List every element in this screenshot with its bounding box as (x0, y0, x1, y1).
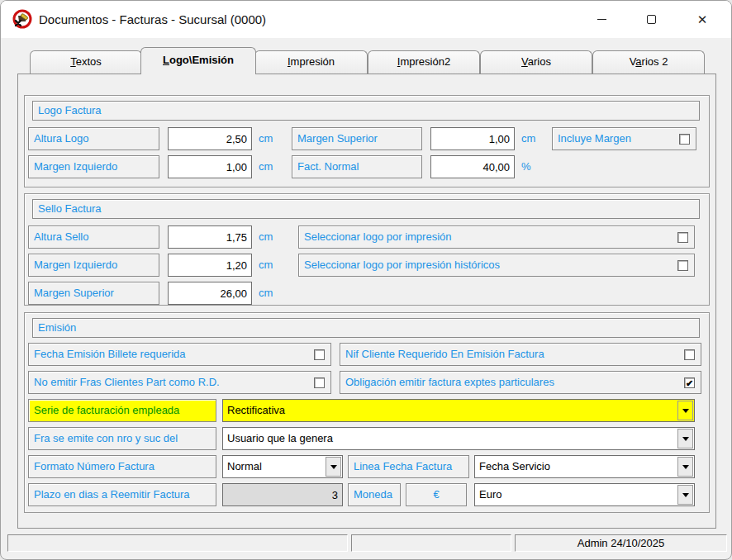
maximize-icon (647, 15, 656, 24)
margen-superior-sello-unit: cm (259, 282, 273, 305)
margen-izquierdo-logo-label: Margen Izquierdo (28, 155, 159, 178)
nif-cliente-checkbox[interactable] (684, 349, 695, 360)
serie-facturacion-label: Serie de facturación empleada (28, 399, 216, 422)
margen-superior-unit: cm (521, 127, 535, 150)
tab-logo-emision[interactable]: Logo\Emisión (140, 47, 256, 74)
altura-sello-label: Altura Sello (28, 225, 159, 249)
moneda-label: Moneda (348, 483, 401, 506)
linea-fecha-combobox[interactable]: Fecha Servicio (474, 455, 695, 478)
linea-fecha-label: Linea Fecha Factura (348, 455, 469, 478)
dropdown-arrow-icon[interactable] (677, 401, 693, 420)
altura-sello-unit: cm (259, 225, 273, 249)
dialog-window: Documentos - Facturas - Sucursal (0000) … (0, 0, 732, 560)
sel-logo-impresion-checkbox[interactable] (677, 232, 688, 243)
sel-logo-historicos-panel: Seleccionar logo por impresión histórico… (298, 254, 695, 277)
obligacion-emitir-panel: Obligación emitir factura exptes particu… (340, 371, 701, 394)
dropdown-arrow-icon[interactable] (677, 485, 693, 505)
sel-logo-historicos-checkbox[interactable] (677, 260, 688, 271)
no-emitir-fras-checkbox[interactable] (314, 377, 325, 388)
minimize-button[interactable] (582, 1, 621, 38)
no-emitir-fras-panel: No emitir Fras Clientes Part como R.D. (28, 371, 331, 394)
serie-facturacion-combobox[interactable]: Rectificativa (222, 399, 695, 422)
minimize-icon (597, 19, 606, 20)
moneda-combobox[interactable]: Euro (474, 483, 695, 506)
tab-textos[interactable]: Textos (30, 50, 142, 74)
app-icon (12, 9, 32, 29)
fact-normal-unit: % (521, 155, 531, 178)
sel-logo-impresion-panel: Seleccionar logo por impresión (298, 225, 695, 249)
title-bar[interactable]: Documentos - Facturas - Sucursal (0000) … (1, 1, 732, 38)
section-header-emision: Emisión (32, 318, 700, 338)
dropdown-arrow-icon[interactable] (677, 457, 693, 477)
incluye-margen-panel: Incluye Margen (552, 127, 696, 150)
maximize-button[interactable] (631, 1, 671, 38)
nif-cliente-panel: Nif Cliente Requerido En Emisión Factura (340, 343, 701, 366)
margen-superior-sello-label: Margen Superior (28, 282, 159, 305)
formato-numero-combobox[interactable]: Normal (222, 455, 343, 478)
fra-emite-combobox[interactable]: Usuario que la genera (222, 427, 695, 450)
moneda-symbol-label: € (406, 483, 467, 506)
formato-numero-label: Formato Número Factura (28, 455, 216, 478)
window-title: Documentos - Facturas - Sucursal (0000) (39, 1, 266, 38)
section-header-logo-factura: Logo Factura (32, 101, 700, 121)
fra-emite-label: Fra se emite con nro y suc del (28, 427, 216, 450)
fecha-emision-billete-panel: Fecha Emisión Billete requerida (28, 343, 331, 366)
margen-izquierdo-sello-input[interactable] (168, 254, 252, 277)
statusbar-segment-1 (7, 534, 348, 552)
close-icon: ✕ (697, 13, 708, 26)
tab-varios[interactable]: Varios (480, 50, 592, 74)
section-header-sello-factura: Sello Factura (32, 199, 700, 219)
margen-superior-sello-input[interactable] (168, 282, 252, 305)
margen-izquierdo-sello-unit: cm (259, 254, 273, 277)
fact-normal-input[interactable] (430, 155, 515, 178)
plazo-reemitir-label: Plazo en dias a Reemitir Factura (28, 483, 216, 506)
margen-izquierdo-logo-input[interactable] (168, 155, 252, 178)
margen-superior-input[interactable] (430, 127, 515, 150)
altura-logo-unit: cm (259, 127, 273, 150)
altura-logo-label: Altura Logo (28, 127, 159, 150)
margen-superior-label: Margen Superior (292, 127, 422, 150)
close-button[interactable]: ✕ (682, 1, 722, 38)
statusbar-segment-2 (351, 534, 511, 552)
fact-normal-label: Fact. Normal (292, 155, 422, 178)
obligacion-emitir-checkbox[interactable] (684, 377, 695, 388)
incluye-margen-checkbox[interactable] (679, 134, 690, 145)
altura-logo-input[interactable] (168, 127, 252, 150)
statusbar-user-date: Admin 24/10/2025 (515, 534, 727, 552)
altura-sello-input[interactable] (168, 225, 252, 249)
tab-impresion[interactable]: Impresión (254, 50, 368, 74)
dropdown-arrow-icon[interactable] (326, 457, 341, 477)
tab-varios2[interactable]: Varios 2 (592, 50, 705, 74)
dropdown-arrow-icon[interactable] (677, 429, 693, 448)
fecha-emision-billete-checkbox[interactable] (314, 349, 325, 360)
tab-impresion2[interactable]: Impresión2 (368, 50, 480, 74)
margen-izquierdo-sello-label: Margen Izquierdo (28, 254, 159, 277)
plazo-reemitir-input (222, 483, 343, 506)
margen-izquierdo-logo-unit: cm (259, 155, 273, 178)
